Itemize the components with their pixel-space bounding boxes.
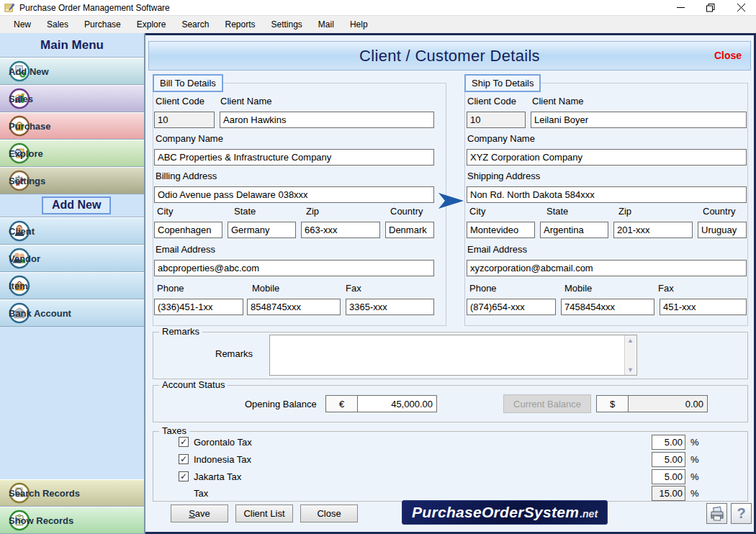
bill-email-field[interactable] xyxy=(154,260,434,276)
ship-client-code-label: Client Code xyxy=(467,96,516,107)
ship-zip-field[interactable] xyxy=(613,222,693,238)
menu-settings[interactable]: Settings xyxy=(264,17,310,32)
opening-balance-value[interactable]: 45,000.00 xyxy=(358,396,436,412)
menu-mail[interactable]: Mail xyxy=(310,17,342,32)
sidebar-item-label: Sales xyxy=(9,94,33,104)
print-button[interactable] xyxy=(706,503,727,524)
ship-client-code-field[interactable] xyxy=(467,112,526,128)
restore-icon[interactable] xyxy=(696,0,726,16)
sidebar-item-show-records[interactable]: Show Records xyxy=(0,507,144,534)
minimize-icon[interactable] xyxy=(665,0,696,16)
bill-phone-field[interactable] xyxy=(154,299,243,315)
scroll-down-icon[interactable]: ▼ xyxy=(627,366,634,374)
sidebar-item-settings[interactable]: Settings xyxy=(0,167,144,194)
sidebar-item-add-new[interactable]: Add New xyxy=(0,58,144,85)
indonesia-tax-value[interactable]: 5.00 xyxy=(652,452,685,467)
sidebar-item-purchase[interactable]: Purchase xyxy=(0,112,144,140)
remarks-scrollbar[interactable]: ▲ ▼ xyxy=(624,335,636,375)
sidebar-item-item[interactable]: Item xyxy=(0,272,144,299)
bill-address-field[interactable] xyxy=(154,186,434,203)
help-button[interactable]: ? xyxy=(731,503,752,524)
indonesia-tax-checkbox[interactable]: ✓ xyxy=(179,454,189,464)
sidebar-item-label: Show Records xyxy=(9,515,73,526)
gorontalo-tax-label: Gorontalo Tax xyxy=(194,437,252,448)
total-tax-unit: % xyxy=(690,488,699,499)
jakarta-tax-value[interactable]: 5.00 xyxy=(652,469,685,484)
remarks-textarea[interactable] xyxy=(269,335,637,376)
bill-email-label: Email Address xyxy=(156,244,215,255)
gorontalo-tax-unit: % xyxy=(690,437,699,448)
bill-company-field[interactable] xyxy=(154,149,434,166)
sidebar-item-search-records[interactable]: Search Records xyxy=(0,479,144,507)
ship-address-field[interactable] xyxy=(467,186,747,203)
ship-email-field[interactable] xyxy=(467,260,747,276)
bill-zip-label: Zip xyxy=(306,206,319,217)
bill-client-name-label: Client Name xyxy=(220,96,272,107)
scroll-up-icon[interactable]: ▲ xyxy=(627,337,634,344)
ship-fax-field[interactable] xyxy=(660,299,747,315)
sidebar-spacer xyxy=(0,327,144,479)
ship-fax-label: Fax xyxy=(658,283,674,294)
close-icon[interactable] xyxy=(726,0,756,16)
gorontalo-tax-checkbox[interactable]: ✓ xyxy=(179,437,189,447)
close-link[interactable]: Close xyxy=(714,50,742,61)
ship-company-field[interactable] xyxy=(467,149,747,166)
client-list-button[interactable]: Client List xyxy=(235,504,293,522)
ship-city-field[interactable] xyxy=(467,222,535,238)
save-button[interactable]: Save xyxy=(171,504,228,522)
jakarta-tax-checkbox[interactable]: ✓ xyxy=(179,471,189,481)
indonesia-tax-label: Indonesia Tax xyxy=(194,454,251,465)
opening-currency-symbol: € xyxy=(326,396,358,412)
opening-balance-field[interactable]: € 45,000.00 xyxy=(325,395,437,412)
gorontalo-tax-value[interactable]: 5.00 xyxy=(652,435,685,450)
bill-client-name-field[interactable] xyxy=(220,112,434,128)
bill-zip-field[interactable] xyxy=(301,222,380,238)
ship-state-field[interactable] xyxy=(540,222,608,238)
ship-mobile-field[interactable] xyxy=(561,299,654,315)
sidebar-item-vendor[interactable]: Vendor xyxy=(0,245,144,272)
sidebar-item-label: Item xyxy=(9,281,28,291)
bill-state-field[interactable] xyxy=(228,222,296,238)
ship-state-label: State xyxy=(546,206,568,217)
copy-bill-to-ship-arrow-icon[interactable] xyxy=(438,191,464,211)
menu-reports[interactable]: Reports xyxy=(217,17,263,32)
bill-mobile-field[interactable] xyxy=(247,299,341,315)
current-currency-symbol: $ xyxy=(597,396,629,412)
sidebar-item-label: Client xyxy=(9,226,35,237)
sidebar-item-sales[interactable]: Sales xyxy=(0,85,144,112)
bill-country-label: Country xyxy=(390,206,423,217)
ship-client-name-field[interactable] xyxy=(531,112,747,128)
sidebar-item-label: Bank Account xyxy=(9,308,71,319)
menu-purchase[interactable]: Purchase xyxy=(76,17,129,32)
menu-new[interactable]: New xyxy=(6,17,39,32)
sidebar-item-label: Explore xyxy=(9,148,43,159)
menu-bar: New Sales Purchase Explore Search Report… xyxy=(0,16,756,33)
bill-phone-label: Phone xyxy=(157,283,184,294)
ship-address-label: Shipping Address xyxy=(467,171,540,181)
main-panel: Client / Customer Details Close Bill To … xyxy=(145,33,756,534)
current-balance-button[interactable]: Current Balance xyxy=(503,394,591,413)
sidebar-item-client[interactable]: Client xyxy=(0,217,144,245)
total-tax-value: 15.00 xyxy=(652,486,685,501)
bill-fax-field[interactable] xyxy=(346,299,434,315)
ship-phone-field[interactable] xyxy=(467,299,556,315)
close-button[interactable]: Close xyxy=(300,504,358,522)
menu-help[interactable]: Help xyxy=(342,17,376,32)
bill-to-section-tab: Bill To Details xyxy=(153,74,223,92)
jakarta-tax-label: Jakarta Tax xyxy=(194,471,241,482)
help-question-icon: ? xyxy=(737,505,745,522)
sidebar-item-bank-account[interactable]: Bank Account xyxy=(0,299,144,327)
bill-client-code-field[interactable] xyxy=(154,112,215,128)
ship-company-label: Company Name xyxy=(467,133,535,144)
bill-country-field[interactable] xyxy=(385,222,434,238)
sidebar-item-label: Vendor xyxy=(9,253,40,264)
ship-country-field[interactable] xyxy=(698,222,747,238)
menu-search[interactable]: Search xyxy=(174,17,217,32)
bill-city-field[interactable] xyxy=(154,222,222,238)
sidebar-item-explore[interactable]: Explore xyxy=(0,140,144,167)
logo-suffix: .net xyxy=(580,508,598,520)
menu-explore[interactable]: Explore xyxy=(129,17,174,32)
bill-client-code-label: Client Code xyxy=(156,96,204,107)
indonesia-tax-unit: % xyxy=(690,454,699,465)
menu-sales[interactable]: Sales xyxy=(39,17,76,32)
